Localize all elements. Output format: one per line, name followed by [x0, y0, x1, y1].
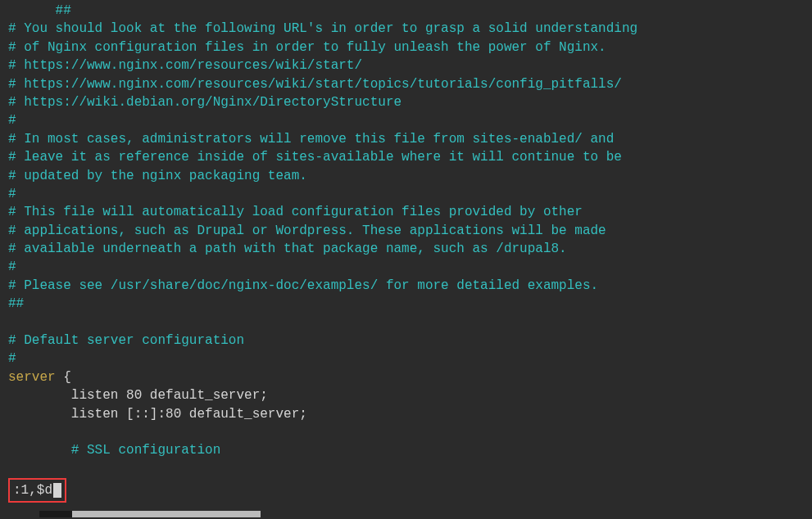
comment-text: # leave it as reference inside of sites-…	[8, 150, 622, 165]
comment-text: # of Nginx configuration files in order …	[8, 40, 606, 55]
directive-text: listen 80 default_server;	[8, 388, 268, 403]
code-line: listen 80 default_server;	[8, 386, 812, 404]
code-line: listen [::]:80 default_server;	[8, 405, 812, 423]
command-text: :1,$d	[13, 481, 52, 499]
comment-text: # This file will automatically load conf…	[8, 205, 583, 219]
code-line: # Default server configuration	[8, 332, 812, 350]
code-line: ##	[8, 2, 812, 20]
code-line: # applications, such as Drupal or Wordpr…	[8, 222, 812, 240]
comment-text: # https://www.nginx.com/resources/wiki/s…	[8, 58, 362, 73]
code-line: # https://wiki.debian.org/Nginx/Director…	[8, 93, 812, 111]
editor-content[interactable]: ### You should look at the following URL…	[0, 0, 812, 460]
code-line: # leave it as reference inside of sites-…	[8, 148, 812, 166]
server-keyword: server	[8, 370, 56, 385]
comment-text: # You should look at the following URL's…	[8, 21, 637, 36]
directive-text: listen [::]:80 default_server;	[8, 407, 307, 422]
code-line: #	[8, 185, 812, 203]
bottom-status-bar	[0, 511, 812, 519]
code-line: # This file will automatically load conf…	[8, 203, 812, 221]
comment-text: # SSL configuration	[8, 443, 220, 458]
vim-command-line[interactable]: :1,$d	[8, 478, 66, 503]
comment-text: # https://www.nginx.com/resources/wiki/s…	[8, 77, 622, 92]
code-line: # Please see /usr/share/doc/nginx-doc/ex…	[8, 277, 812, 295]
code-line	[8, 423, 812, 441]
comment-text: # In most cases, administrators will rem…	[8, 132, 614, 147]
code-line: # In most cases, administrators will rem…	[8, 130, 812, 148]
code-line: server {	[8, 368, 812, 386]
cursor-block	[53, 483, 61, 498]
code-line: # https://www.nginx.com/resources/wiki/s…	[8, 56, 812, 74]
comment-text: ##	[8, 3, 71, 18]
comment-text: # available underneath a path with that …	[8, 241, 567, 256]
code-line: # of Nginx configuration files in order …	[8, 38, 812, 56]
comment-text: #	[8, 113, 16, 128]
bottom-bar-segment	[72, 511, 261, 517]
code-line: #	[8, 350, 812, 368]
comment-text: # updated by the nginx packaging team.	[8, 169, 307, 183]
bottom-bar-segment	[39, 511, 72, 517]
comment-text: # applications, such as Drupal or Wordpr…	[8, 223, 606, 238]
code-line	[8, 314, 812, 332]
comment-text: # https://wiki.debian.org/Nginx/Director…	[8, 95, 401, 110]
code-line: ##	[8, 295, 812, 313]
code-line: # SSL configuration	[8, 441, 812, 459]
comment-text: #	[8, 260, 16, 274]
code-line: # updated by the nginx packaging team.	[8, 167, 812, 185]
code-line: #	[8, 111, 812, 129]
code-line: # available underneath a path with that …	[8, 240, 812, 258]
code-line: #	[8, 258, 812, 276]
comment-text: #	[8, 187, 16, 201]
code-line: # You should look at the following URL's…	[8, 20, 812, 38]
comment-text: # Default server configuration	[8, 333, 244, 348]
comment-text: # Please see /usr/share/doc/nginx-doc/ex…	[8, 278, 598, 293]
open-brace: {	[56, 370, 71, 385]
code-line: # https://www.nginx.com/resources/wiki/s…	[8, 75, 812, 93]
comment-text: ##	[8, 296, 24, 311]
comment-text: #	[8, 351, 16, 366]
